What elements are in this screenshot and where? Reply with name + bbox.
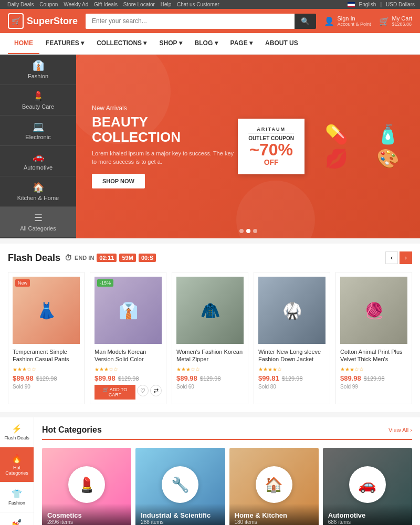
hero-dots xyxy=(239,229,257,233)
left-sidebar-hot-categories[interactable]: 🔥 Hot Categories xyxy=(0,447,34,482)
price-new-3: $89.98 xyxy=(176,374,197,382)
sidebar-cat-electronic[interactable]: 💻 Electronic xyxy=(0,116,76,146)
cat-card-cosmetics[interactable]: 💄 Cosmetics 2896 items xyxy=(42,448,131,525)
hero-content: New Arrivals BEAUTY COLLECTION Lorem kha… xyxy=(92,104,239,188)
language-selector[interactable]: English xyxy=(359,2,376,7)
account-action[interactable]: 👤 Sign In Account & Point xyxy=(324,15,371,27)
sidebar-cat-kitchen[interactable]: 🏠 Kitchen & Home xyxy=(0,176,76,207)
shop-now-button[interactable]: SHOP NOW xyxy=(92,174,145,188)
nav-about[interactable]: ABOUT US xyxy=(259,33,304,54)
sidebar-cat-label: Beauty Care xyxy=(22,103,54,110)
topbar-chat[interactable]: Chat us Customer xyxy=(177,2,219,7)
view-all-button[interactable]: View All › xyxy=(388,427,412,433)
cat-overlay-home: Home & Kitchen 180 items xyxy=(229,503,319,525)
flash-deals-arrows: ‹ › xyxy=(385,251,412,264)
topbar-help[interactable]: Help xyxy=(161,2,172,7)
product-name-2: Man Models Korean Version Solid Color xyxy=(94,348,162,364)
sold-text-1: Sold 90 xyxy=(13,384,80,390)
hero-desc: Lorem khaled ipsum is a major key to suc… xyxy=(92,150,239,166)
cat-circle-home: 🏠 xyxy=(256,466,292,503)
product-image-5: 🧶 xyxy=(340,277,407,344)
content-area: Hot Categories View All › 💄 Cosmetics 28… xyxy=(34,417,420,525)
cat-card-automotive[interactable]: 🚗 Automotive 686 items xyxy=(323,448,412,525)
product-stars-2: ★★★☆☆ xyxy=(94,366,162,372)
price-row-5: $89.98 $129.98 xyxy=(340,374,407,382)
account-icon: 👤 xyxy=(324,16,334,26)
left-sidebar-flash-deals[interactable]: ⚡ Flash Deals xyxy=(0,417,34,447)
compare-2[interactable]: ⇄ xyxy=(150,385,162,396)
account-label: Sign In xyxy=(337,15,371,22)
cat-card-industrial[interactable]: 🔧 Industrial & Scientific 288 items xyxy=(135,448,225,525)
nav-collections[interactable]: COLLECTIONS ▾ xyxy=(90,33,153,54)
product-name-5: Cotton Animal Print Plus Velvet Thick Me… xyxy=(340,348,407,364)
price-old-3: $129.98 xyxy=(200,375,221,382)
flash-deals-header: Flash Deals ⏱ END IN 02:11 59M 00:S ‹ › xyxy=(8,251,412,264)
nav-features[interactable]: FEATURES ▾ xyxy=(39,33,90,54)
topbar-store-locator[interactable]: Store Locator xyxy=(123,2,155,7)
sidebar-cat-all[interactable]: ☰ All Categories xyxy=(0,207,76,237)
left-sidebar-hot-label: Hot Categories xyxy=(3,465,31,476)
price-row-1: $89.98 $129.98 xyxy=(13,374,80,382)
automotive-icon: 🚗 xyxy=(33,151,44,163)
nav-shop[interactable]: SHOP ▾ xyxy=(153,33,188,54)
sidebar-cat-beauty[interactable]: 💄 Beauty Care xyxy=(0,85,76,116)
topbar-coupon[interactable]: Coupon xyxy=(39,2,58,7)
left-sidebar-fashion[interactable]: 👕 Fashion xyxy=(0,482,34,512)
topbar-weekly-ad[interactable]: Weekly Ad xyxy=(64,2,88,7)
product-card-3[interactable]: 🧥 Women's Fashion Korean Metal Zipper ★★… xyxy=(172,272,248,404)
hero-product-2: 🧴 xyxy=(364,124,413,145)
nav-page[interactable]: PAGE ▾ xyxy=(224,33,259,54)
main-nav: HOME FEATURES ▾ COLLECTIONS ▾ SHOP ▾ BLO… xyxy=(0,33,420,55)
sidebar-cat-label: Automotive xyxy=(24,164,52,171)
left-sidebar-beauty[interactable]: 💅 Beauty xyxy=(0,512,34,525)
cart-label: My Cart xyxy=(392,15,413,22)
flash-deals-prev-button[interactable]: ‹ xyxy=(385,251,398,264)
top-bar-right: English | USD Dollars xyxy=(348,2,415,7)
product-card-4[interactable]: 🥋 Winter New Long sleeve Fashion Down Ja… xyxy=(254,272,330,404)
hot-cats-title: Hot Categories xyxy=(42,425,102,435)
price-new-4: $99.81 xyxy=(258,374,279,382)
sidebar-cat-label: Kitchen & Home xyxy=(17,195,59,201)
product-name-1: Temperament Simple Fashion Casual Pants xyxy=(13,348,80,364)
coupon-percent: ~70% xyxy=(248,141,294,158)
sidebar-cat-fashion[interactable]: 👔 Fashion xyxy=(0,55,76,85)
product-card-1[interactable]: New 👗 Temperament Simple Fashion Casual … xyxy=(8,272,85,404)
cat-circle-industrial: 🔧 xyxy=(162,466,198,503)
logo[interactable]: 🛒 SuperStore xyxy=(8,13,78,29)
nav-blog[interactable]: BLOG ▾ xyxy=(188,33,224,54)
cat-count-home: 180 items xyxy=(235,519,313,525)
cat-overlay-automotive: Automotive 686 items xyxy=(323,503,412,525)
cat-name-automotive: Automotive xyxy=(328,511,407,519)
flash-deals-section: Flash Deals ⏱ END IN 02:11 59M 00:S ‹ › … xyxy=(0,244,420,412)
topbar-daily-deals[interactable]: Daily Deals xyxy=(7,2,34,7)
cart-info: My Cart $1286.86 xyxy=(392,15,413,27)
flash-deals-next-button[interactable]: › xyxy=(400,251,412,264)
search-bar: 🔍 xyxy=(86,14,316,29)
price-old-5: $129.98 xyxy=(364,375,385,382)
cat-card-home[interactable]: 🏠 Home & Kitchen 180 items xyxy=(229,448,319,525)
add-to-cart-2[interactable]: 🛒 ADD TO CART xyxy=(94,385,135,400)
header: 🛒 SuperStore 🔍 👤 Sign In Account & Point… xyxy=(0,9,420,33)
hero-product-3: 💋 xyxy=(312,148,361,170)
topbar-gift-ideals[interactable]: Gift Ideals xyxy=(94,2,118,7)
timer-wrapper: ⏱ END IN 02:11 59M 00:S xyxy=(65,254,156,262)
wishlist-2[interactable]: ♡ xyxy=(137,385,149,396)
hero-dot-1[interactable] xyxy=(239,229,244,233)
cart-action[interactable]: 🛒 My Cart $1286.86 xyxy=(379,15,413,27)
topbar-divider: | xyxy=(380,2,382,7)
hero-subtitle: New Arrivals xyxy=(92,104,239,112)
product-card-2[interactable]: -15% 👔 Man Models Korean Version Solid C… xyxy=(90,272,166,404)
product-card-5[interactable]: 🧶 Cotton Animal Print Plus Velvet Thick … xyxy=(335,272,412,404)
hero-dot-3[interactable] xyxy=(253,229,257,233)
sidebar-cat-automotive[interactable]: 🚗 Automotive xyxy=(0,146,76,176)
hero-dot-2[interactable] xyxy=(246,229,250,233)
nav-home[interactable]: HOME xyxy=(8,33,39,54)
search-button[interactable]: 🔍 xyxy=(295,14,316,29)
price-row-2: $89.98 $129.98 xyxy=(94,374,162,382)
product-2-actions: 🛒 ADD TO CART ♡ ⇄ xyxy=(94,385,162,400)
currency-selector[interactable]: USD Dollars xyxy=(386,2,415,7)
end-in-label: END IN xyxy=(75,255,94,261)
timer-minutes: 59M xyxy=(119,254,135,262)
search-input[interactable] xyxy=(86,14,295,29)
sidebar-cat-label: All Categories xyxy=(20,225,56,232)
